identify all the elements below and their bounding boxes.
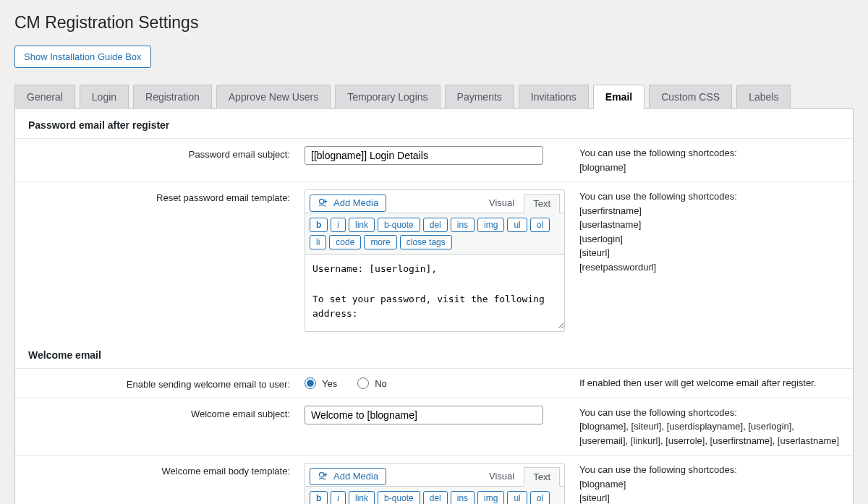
help-welcome-template: You can use the following shortcodes: [b… (579, 463, 853, 504)
qt-ins[interactable]: ins (451, 218, 475, 232)
label-welcome-template: Welcome email body template: (15, 463, 305, 477)
qt-ol[interactable]: ol (530, 491, 550, 504)
label-password-template: Reset password email template: (15, 189, 305, 203)
row-password-template: Reset password email template: Add Media… (15, 181, 853, 339)
input-welcome-subject[interactable] (305, 406, 543, 424)
qt-more[interactable]: more (364, 235, 396, 249)
editor-tab-text[interactable]: Text (524, 467, 560, 487)
qt-ins[interactable]: ins (451, 491, 475, 504)
qt-bold[interactable]: b (310, 218, 328, 232)
tab-approve-new-users[interactable]: Approve New Users (216, 85, 331, 109)
add-media-button[interactable]: Add Media (310, 195, 386, 212)
qt-italic[interactable]: i (331, 491, 346, 504)
tab-login[interactable]: Login (80, 85, 129, 109)
qt-li[interactable]: li (310, 235, 326, 249)
qt-del[interactable]: del (423, 218, 448, 232)
tab-temporary-logins[interactable]: Temporary Logins (335, 85, 440, 109)
tab-payments[interactable]: Payments (445, 85, 514, 109)
radio-welcome-yes[interactable]: Yes (305, 377, 337, 389)
input-password-subject[interactable] (305, 146, 543, 165)
row-welcome-enable: Enable sending welcome email to user: Ye… (15, 368, 853, 398)
qt-link[interactable]: link (349, 218, 375, 232)
qt-bold[interactable]: b (310, 491, 328, 504)
settings-tabs: GeneralLoginRegistrationApprove New User… (14, 84, 854, 109)
label-welcome-subject: Welcome email subject: (15, 406, 305, 419)
section-title-password: Password email after register (15, 109, 853, 138)
qt-italic[interactable]: i (331, 218, 346, 232)
label-welcome-enable: Enable sending welcome email to user: (15, 376, 305, 390)
qt-close[interactable]: close tags (400, 235, 452, 249)
help-welcome-enable: If enabled then user will get welcome em… (579, 376, 853, 390)
qt-ol[interactable]: ol (530, 218, 550, 232)
media-icon (318, 471, 329, 482)
qt-img[interactable]: img (477, 218, 504, 232)
tab-email[interactable]: Email (593, 85, 644, 109)
radio-welcome-no[interactable]: No (357, 377, 387, 389)
section-title-welcome: Welcome email (15, 339, 853, 368)
tab-invitations[interactable]: Invitations (519, 85, 589, 109)
tab-panel-email: Password email after register Password e… (14, 109, 854, 504)
row-welcome-template: Welcome email body template: Add Media V… (15, 455, 853, 504)
add-media-button[interactable]: Add Media (310, 468, 386, 485)
tab-custom-css[interactable]: Custom CSS (649, 85, 732, 109)
qt-link[interactable]: link (349, 491, 375, 504)
install-guide-button[interactable]: Show Installation Guide Box (14, 46, 151, 68)
qt-del[interactable]: del (423, 491, 448, 504)
tab-general[interactable]: General (14, 85, 75, 109)
qt-bquote[interactable]: b-quote (378, 218, 420, 232)
editor-tab-visual[interactable]: Visual (480, 466, 524, 486)
quicktags-toolbar: b i link b-quote del ins img ul ol li co… (305, 486, 564, 504)
row-welcome-subject: Welcome email subject: You can use the f… (15, 398, 853, 456)
qt-bquote[interactable]: b-quote (378, 491, 420, 504)
editor-tab-text[interactable]: Text (524, 194, 560, 213)
help-welcome-subject: You can use the following shortcodes: [b… (579, 406, 853, 448)
tab-labels[interactable]: Labels (736, 85, 791, 109)
page-title: CM Registration Settings (14, 13, 854, 33)
editor-tab-visual[interactable]: Visual (480, 193, 524, 213)
textarea-password-template[interactable] (305, 255, 564, 329)
editor-password-template: Add Media Visual Text b i link b-quote d… (305, 189, 565, 332)
row-password-subject: Password email subject: You can use the … (15, 138, 853, 181)
help-password-subject: You can use the following shortcodes: [b… (579, 146, 853, 174)
qt-ul[interactable]: ul (507, 491, 527, 504)
qt-code[interactable]: code (329, 235, 361, 249)
label-password-subject: Password email subject: (15, 146, 305, 160)
qt-img[interactable]: img (477, 491, 504, 504)
media-icon (318, 197, 329, 209)
help-password-template: You can use the following shortcodes: [u… (579, 189, 853, 274)
editor-welcome-template: Add Media Visual Text b i link b-quote d… (305, 463, 565, 504)
tab-registration[interactable]: Registration (133, 85, 212, 109)
quicktags-toolbar: b i link b-quote del ins img ul ol li co… (305, 213, 564, 255)
qt-ul[interactable]: ul (507, 218, 527, 232)
